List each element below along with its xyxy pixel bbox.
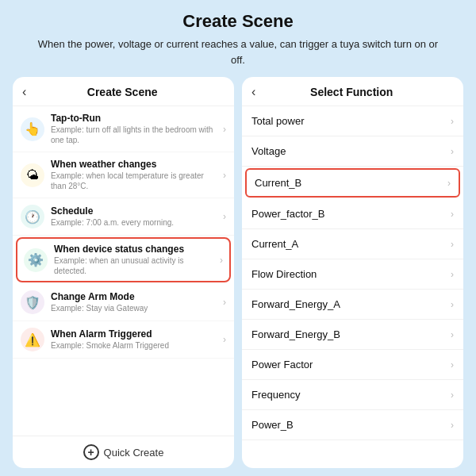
scene-item-text-0: Tap-to-Run Example: turn off all lights … <box>51 113 220 145</box>
function-item-10[interactable]: Power_B › <box>242 410 463 440</box>
scene-item-icon-1: 🌤 <box>21 163 44 187</box>
function-item-arrow-5: › <box>451 269 454 280</box>
function-item-3[interactable]: Power_factor_B › <box>242 199 463 229</box>
scene-item-name-2: Schedule <box>51 205 220 217</box>
scene-item-name-3: When device status changes <box>54 244 217 255</box>
function-item-6[interactable]: Forward_Energy_A › <box>242 290 463 320</box>
right-panel: ‹ Select Function Total power › Voltage … <box>242 77 463 468</box>
scene-item-icon-2: 🕐 <box>21 205 44 228</box>
right-panel-header: ‹ Select Function <box>242 77 463 106</box>
page-description: When the power, voltage or current reach… <box>32 36 444 67</box>
function-item-arrow-10: › <box>451 420 454 431</box>
scene-item-arrow-0: › <box>223 124 226 135</box>
page-wrapper: Create Scene When the power, voltage or … <box>0 0 476 476</box>
function-item-arrow-6: › <box>451 299 454 310</box>
left-panel-title: Create Scene <box>31 86 213 98</box>
function-item-arrow-2: › <box>447 178 451 189</box>
scene-item-5[interactable]: ⚠️ When Alarm Triggered Example: Smoke A… <box>13 321 234 359</box>
scene-item-0[interactable]: 👆 Tap-to-Run Example: turn off all light… <box>13 106 234 152</box>
quick-create-button[interactable]: + Quick Create <box>83 444 164 460</box>
scene-item-desc-0: Example: turn off all lights in the bedr… <box>51 125 220 145</box>
scene-item-arrow-5: › <box>223 334 226 345</box>
scene-item-name-0: Tap-to-Run <box>51 113 220 124</box>
function-item-0[interactable]: Total power › <box>242 106 463 136</box>
function-item-arrow-9: › <box>451 390 454 401</box>
scene-item-name-5: When Alarm Triggered <box>51 328 220 340</box>
right-panel-content: Total power › Voltage › Current_B › Powe… <box>242 106 463 468</box>
function-item-name-4: Current_A <box>251 238 451 250</box>
function-item-name-6: Forward_Energy_A <box>251 298 451 310</box>
scene-item-3[interactable]: ⚙️ When device status changes Example: w… <box>16 237 231 282</box>
scene-item-name-1: When weather changes <box>51 159 220 170</box>
function-item-arrow-4: › <box>451 239 454 250</box>
scene-item-icon-3: ⚙️ <box>24 248 48 272</box>
left-panel-content: 👆 Tap-to-Run Example: turn off all light… <box>13 106 234 436</box>
function-item-arrow-8: › <box>451 359 454 370</box>
function-item-name-5: Flow Direction <box>251 268 451 280</box>
function-item-name-1: Voltage <box>251 145 451 157</box>
left-panel: ‹ Create Scene 👆 Tap-to-Run Example: tur… <box>13 77 234 468</box>
scene-item-1[interactable]: 🌤 When weather changes Example: when loc… <box>13 152 234 198</box>
scene-item-text-2: Schedule Example: 7:00 a.m. every mornin… <box>51 205 220 228</box>
scene-item-arrow-4: › <box>223 297 226 308</box>
right-back-button[interactable]: ‹ <box>251 85 255 99</box>
panels-row: ‹ Create Scene 👆 Tap-to-Run Example: tur… <box>13 77 463 468</box>
function-item-arrow-3: › <box>451 209 454 220</box>
scene-item-desc-5: Example: Smoke Alarm Triggered <box>51 340 220 351</box>
left-back-button[interactable]: ‹ <box>22 85 26 99</box>
scene-item-name-4: Change Arm Mode <box>51 291 220 302</box>
function-item-name-2: Current_B <box>255 177 447 189</box>
scene-item-text-1: When weather changes Example: when local… <box>51 159 220 191</box>
page-title: Create Scene <box>182 11 293 32</box>
function-item-name-9: Frequency <box>251 389 451 401</box>
function-item-4[interactable]: Current_A › <box>242 229 463 259</box>
function-item-name-0: Total power <box>251 115 451 127</box>
left-panel-footer: + Quick Create <box>13 436 234 468</box>
scene-item-desc-1: Example: when local temperature is great… <box>51 171 220 191</box>
scene-item-text-5: When Alarm Triggered Example: Smoke Alar… <box>51 328 220 351</box>
scene-item-arrow-2: › <box>223 211 226 222</box>
function-item-9[interactable]: Frequency › <box>242 380 463 410</box>
function-item-5[interactable]: Flow Direction › <box>242 259 463 290</box>
scene-item-arrow-1: › <box>223 170 226 181</box>
function-item-1[interactable]: Voltage › <box>242 136 463 167</box>
right-panel-title: Select Function <box>260 86 443 98</box>
scene-item-icon-4: 🛡️ <box>21 290 44 314</box>
function-item-name-7: Forward_Energy_B <box>251 328 451 340</box>
scene-item-4[interactable]: 🛡️ Change Arm Mode Example: Stay via Gat… <box>13 284 234 321</box>
function-item-7[interactable]: Forward_Energy_B › <box>242 320 463 350</box>
function-item-arrow-0: › <box>451 116 454 127</box>
function-item-2[interactable]: Current_B › <box>245 168 460 198</box>
scene-item-desc-3: Example: when an unusual activity is det… <box>54 255 217 276</box>
quick-create-label: Quick Create <box>104 447 164 459</box>
scene-item-text-4: Change Arm Mode Example: Stay via Gatewa… <box>51 291 220 313</box>
quick-create-plus-icon: + <box>83 444 99 460</box>
scene-item-desc-2: Example: 7:00 a.m. every morning. <box>51 217 220 228</box>
scene-item-arrow-3: › <box>220 255 223 266</box>
function-item-name-8: Power Factor <box>251 359 451 370</box>
function-item-arrow-7: › <box>451 329 454 340</box>
scene-item-text-3: When device status changes Example: when… <box>54 244 217 276</box>
scene-item-desc-4: Example: Stay via Gateway <box>51 303 220 313</box>
function-item-8[interactable]: Power Factor › <box>242 350 463 380</box>
function-item-name-3: Power_factor_B <box>251 208 451 220</box>
function-item-name-10: Power_B <box>251 419 451 431</box>
left-panel-header: ‹ Create Scene <box>13 77 234 106</box>
scene-item-2[interactable]: 🕐 Schedule Example: 7:00 a.m. every morn… <box>13 198 234 236</box>
function-item-arrow-1: › <box>451 146 454 157</box>
scene-item-icon-5: ⚠️ <box>21 328 44 351</box>
scene-item-icon-0: 👆 <box>21 117 44 141</box>
